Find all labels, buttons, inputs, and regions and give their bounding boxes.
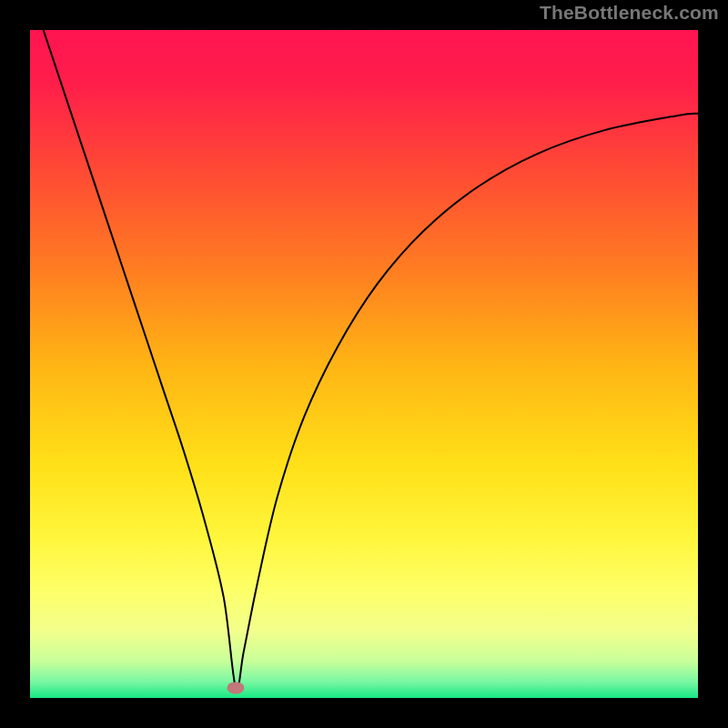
minimum-marker <box>228 682 245 693</box>
watermark-text: TheBottleneck.com <box>540 2 719 24</box>
chart-frame: TheBottleneck.com <box>0 0 728 728</box>
bottleneck-curve <box>30 30 698 698</box>
plot-area <box>30 30 698 698</box>
